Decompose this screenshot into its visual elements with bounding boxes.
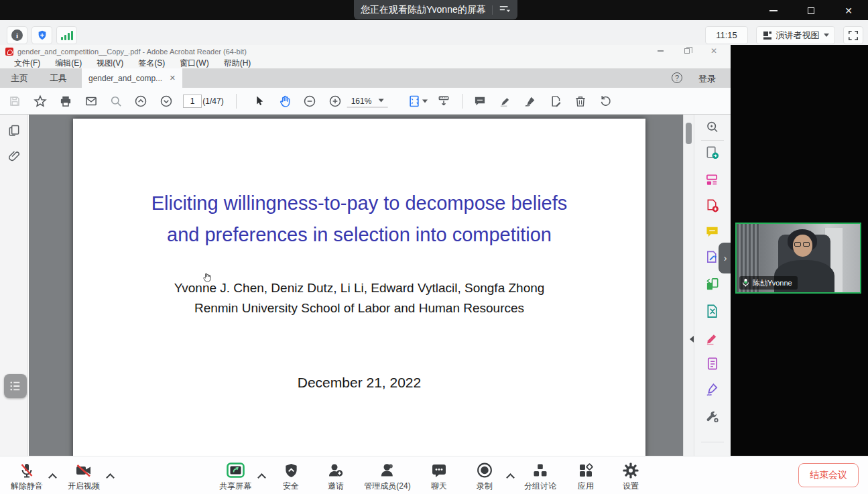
print-icon[interactable] <box>60 95 72 107</box>
view-mode-button[interactable]: 演讲者视图 <box>756 26 835 44</box>
delete-icon[interactable] <box>574 95 587 107</box>
zoom-level-dropdown[interactable]: 161% <box>347 95 388 107</box>
vertical-scrollbar[interactable] <box>683 115 694 456</box>
favorite-star-icon[interactable] <box>34 95 47 108</box>
fill-sign-icon[interactable] <box>706 383 720 399</box>
combine-files-icon[interactable] <box>706 277 720 294</box>
add-comment-icon[interactable] <box>474 95 487 107</box>
select-cursor-icon[interactable] <box>253 95 265 107</box>
banner-layout-icon[interactable] <box>499 5 511 15</box>
hand-pan-icon[interactable] <box>278 95 292 108</box>
chat-label: 聊天 <box>431 481 447 492</box>
organize-pages-icon[interactable] <box>706 173 720 190</box>
scrollbar-thumb[interactable] <box>686 123 692 144</box>
breakout-rooms-icon <box>532 461 548 479</box>
fullscreen-button[interactable] <box>843 26 863 44</box>
previous-page-icon[interactable] <box>134 95 147 108</box>
shield-plus-icon <box>37 29 48 41</box>
menu-window[interactable]: 窗口(W) <box>172 58 216 69</box>
slide-date: December 21, 2022 <box>73 375 645 391</box>
tab-home[interactable]: 主页 <box>0 72 39 84</box>
maximize-icon[interactable] <box>801 5 821 16</box>
page-width-icon[interactable] <box>437 95 450 108</box>
menu-help[interactable]: 帮助(H) <box>216 58 259 69</box>
restore-icon[interactable] <box>682 46 692 56</box>
tab-tools[interactable]: 工具 <box>39 72 78 84</box>
page-thumbnails-icon[interactable] <box>7 124 21 140</box>
save-icon[interactable] <box>9 95 21 107</box>
zoom-in-icon[interactable] <box>328 95 342 108</box>
record-button[interactable]: 录制 <box>477 461 493 492</box>
document-view[interactable]: Eliciting willingness-to-pay to decompos… <box>29 115 694 456</box>
sign-pen-icon[interactable] <box>524 95 537 107</box>
redact-icon[interactable] <box>706 331 720 348</box>
meeting-protect-button[interactable] <box>32 26 52 44</box>
screen-watch-banner[interactable]: 您正在观看陈劼Yvonne的屏幕 <box>354 0 517 19</box>
settings-button[interactable]: 设置 <box>623 461 639 492</box>
request-signatures-icon[interactable] <box>706 251 720 267</box>
sign-in-link[interactable]: 登录 <box>698 73 716 85</box>
video-options-chevron[interactable] <box>107 473 113 479</box>
meeting-clock: 11:15 <box>705 26 748 44</box>
comment-tool-icon[interactable] <box>706 225 720 242</box>
help-icon[interactable]: ? <box>672 72 682 83</box>
zoom-out-icon[interactable] <box>303 95 316 108</box>
unmute-button[interactable]: 解除静音 <box>11 461 43 492</box>
fit-one-page-icon[interactable] <box>408 95 421 108</box>
mic-muted-icon <box>19 461 35 479</box>
protect-pdf-icon[interactable] <box>706 357 720 373</box>
page-number-input[interactable]: 1 <box>183 95 202 108</box>
unmute-options-chevron[interactable] <box>50 473 56 479</box>
highlight-icon[interactable] <box>499 95 512 107</box>
invite-button[interactable]: 邀请 <box>328 461 344 492</box>
chat-button[interactable]: 聊天 <box>431 461 447 492</box>
share-screen-button[interactable]: 共享屏幕 <box>219 461 251 492</box>
tools-panel-collapse-icon[interactable] <box>690 336 694 343</box>
more-tools-icon[interactable] <box>706 410 720 426</box>
chevron-down-icon[interactable] <box>422 99 428 103</box>
meeting-info-button[interactable]: i <box>7 26 27 44</box>
unmute-label: 解除静音 <box>11 481 43 492</box>
menu-file[interactable]: 文件(F) <box>7 58 48 69</box>
menu-edit[interactable]: 编辑(E) <box>48 58 89 69</box>
compress-pdf-icon[interactable] <box>706 304 720 321</box>
slide-title: Eliciting willingness-to-pay to decompos… <box>73 188 645 251</box>
manage-members-button[interactable]: 管理成员(24) <box>364 461 410 492</box>
search-tools-icon[interactable] <box>706 120 720 137</box>
menu-view[interactable]: 视图(V) <box>89 58 131 69</box>
invite-label: 邀请 <box>328 481 344 492</box>
acrobat-window-controls: ✕ <box>656 46 719 56</box>
menu-sign[interactable]: 签名(S) <box>131 58 172 69</box>
acrobat-toolbar: 1 (1/47) 161% <box>0 88 731 115</box>
floating-list-button[interactable] <box>4 374 27 398</box>
minimize-icon[interactable] <box>656 46 665 56</box>
panel-expand-handle[interactable]: › <box>719 243 732 273</box>
minimize-icon[interactable] <box>763 5 784 16</box>
start-video-button[interactable]: 开启视频 <box>68 461 100 492</box>
participant-name-tag: 陈劼Yvonne <box>739 276 798 290</box>
tab-document[interactable]: gender_and_comp... ✕ <box>82 68 182 88</box>
security-button[interactable]: 安全 <box>283 461 299 492</box>
search-icon[interactable] <box>110 95 123 107</box>
close-icon[interactable]: ✕ <box>709 46 719 56</box>
breakout-rooms-button[interactable]: 分组讨论 <box>524 461 556 492</box>
next-page-icon[interactable] <box>160 95 173 108</box>
record-options-chevron[interactable] <box>507 473 513 479</box>
share-options-chevron[interactable] <box>259 473 265 479</box>
edit-page-icon[interactable] <box>550 95 562 107</box>
attachments-paperclip-icon[interactable] <box>7 149 21 166</box>
banner-divider <box>492 5 493 15</box>
participant-video-tile[interactable]: 陈劼Yvonne <box>735 223 861 294</box>
export-pdf-icon[interactable] <box>706 146 720 163</box>
info-icon: i <box>11 29 23 41</box>
banner-text: 您正在观看陈劼Yvonne的屏幕 <box>361 4 486 16</box>
rotate-icon[interactable] <box>599 95 612 107</box>
network-status-button[interactable] <box>56 26 77 44</box>
close-icon[interactable]: ✕ <box>839 5 859 16</box>
email-icon[interactable] <box>85 95 98 107</box>
close-tab-icon[interactable]: ✕ <box>170 74 176 82</box>
apps-label: 应用 <box>578 481 594 492</box>
create-pdf-icon[interactable] <box>706 199 720 216</box>
end-meeting-button[interactable]: 结束会议 <box>798 463 859 487</box>
apps-button[interactable]: 应用 <box>578 461 594 492</box>
